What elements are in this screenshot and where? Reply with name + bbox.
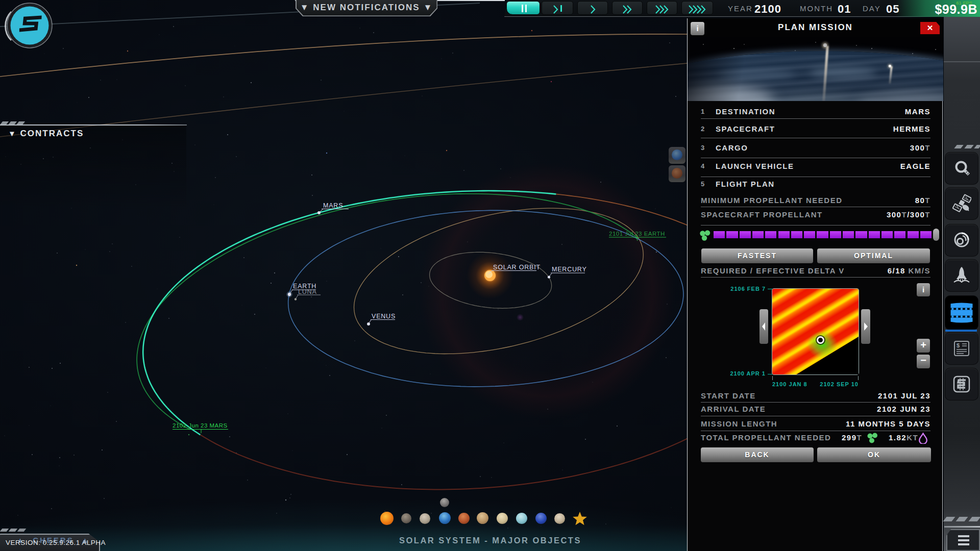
svg-text:MARS: MARS: [323, 202, 343, 209]
svg-text:2101 Jul 23 EARTH: 2101 Jul 23 EARTH: [609, 231, 665, 237]
svg-text:VENUS: VENUS: [372, 313, 396, 320]
svg-text:$: $: [957, 342, 960, 348]
svg-text:SOLAR ORBIT: SOLAR ORBIT: [493, 264, 541, 271]
svg-text:MERCURY: MERCURY: [552, 266, 587, 273]
svg-text:LUNA: LUNA: [298, 288, 317, 295]
svg-text:2102 Jun 23 MARS: 2102 Jun 23 MARS: [173, 422, 228, 429]
